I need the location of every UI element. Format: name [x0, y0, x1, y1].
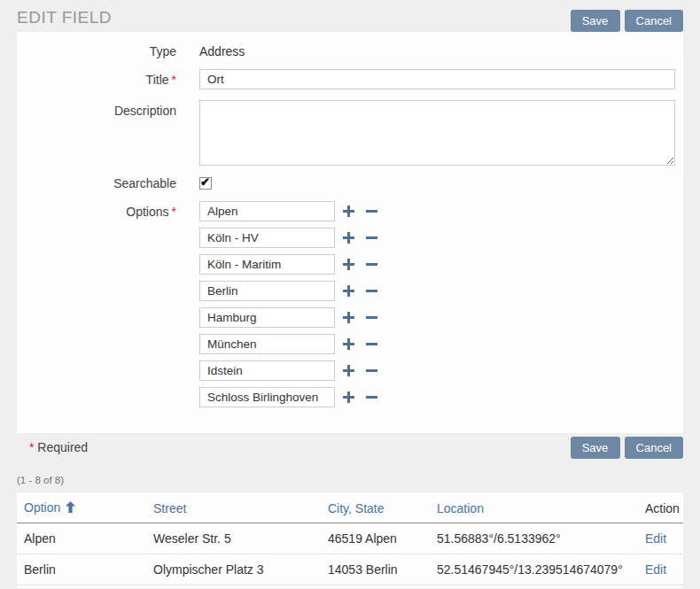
cell-street: Olympischer Platz 3 [146, 554, 321, 585]
option-input[interactable] [199, 228, 335, 248]
option-row: Options* [17, 254, 683, 275]
option-row: Options* [17, 387, 683, 407]
form-row-type: Type Address [17, 44, 683, 58]
column-header-option[interactable]: Option [17, 492, 146, 523]
description-label: Description [17, 100, 176, 118]
minus-icon [366, 205, 377, 217]
option-row: Options* [17, 281, 683, 301]
plus-icon [343, 285, 354, 297]
title-input[interactable] [199, 69, 675, 89]
form-row-searchable: Searchable [17, 176, 683, 190]
app-header: EDIT FIELD Save Cancel [0, 0, 700, 32]
plus-icon [343, 391, 354, 403]
minus-icon [366, 259, 377, 270]
description-textarea[interactable] [199, 100, 675, 166]
arrow-up-icon [66, 501, 75, 515]
header-button-group: Save Cancel [571, 10, 683, 32]
searchable-checkbox[interactable] [199, 177, 212, 190]
option-input[interactable] [199, 201, 335, 221]
cancel-button[interactable]: Cancel [625, 10, 683, 32]
option-input[interactable] [199, 307, 335, 328]
edit-link[interactable]: Edit [645, 531, 666, 546]
option-add-button[interactable] [343, 312, 354, 323]
cell-location: 51.56883°/6.5133962° [430, 523, 638, 554]
edit-field-form: Type Address Title* Description Searchab… [17, 32, 683, 433]
column-header-city-state[interactable]: City, State [321, 492, 430, 523]
option-input[interactable] [199, 334, 335, 354]
cell-option: Alpen [17, 523, 146, 554]
plus-icon [343, 205, 354, 217]
cell-street: Weseler Str. 5 [146, 523, 321, 554]
plus-icon [343, 259, 354, 270]
searchable-label: Searchable [17, 176, 176, 190]
minus-icon [366, 232, 377, 244]
type-value: Address [199, 44, 245, 58]
cell-city-state: 14053 Berlin [321, 554, 430, 585]
required-asterisk: * [172, 73, 176, 87]
table-header-row: Option Street City, State Location Actio… [17, 492, 683, 523]
minus-icon [366, 391, 377, 403]
results-table: Option Street City, State Location Actio… [17, 492, 683, 585]
column-header-action: Action [638, 492, 683, 523]
minus-icon [366, 365, 377, 376]
pagination-label: (1 - 8 of 8) [17, 475, 700, 485]
page-title: EDIT FIELD [17, 8, 571, 27]
option-remove-button[interactable] [366, 205, 377, 217]
option-row: Options* [17, 334, 683, 354]
option-add-button[interactable] [343, 259, 354, 270]
column-header-location[interactable]: Location [430, 492, 638, 523]
title-label: Title [146, 73, 169, 87]
edit-link[interactable]: Edit [645, 562, 666, 577]
table-row: Alpen Weseler Str. 5 46519 Alpen 51.5688… [17, 523, 683, 554]
minus-icon [366, 285, 377, 297]
required-note-label: Required [37, 440, 88, 454]
option-remove-button[interactable] [366, 338, 377, 350]
option-input[interactable] [199, 387, 335, 407]
option-remove-button[interactable] [366, 285, 377, 297]
cell-option: Berlin [17, 554, 146, 585]
minus-icon [366, 312, 377, 323]
option-add-button[interactable] [343, 232, 354, 244]
options-list: Options* Options* Options* Options* [17, 201, 683, 407]
option-input[interactable] [199, 360, 335, 381]
save-button[interactable]: Save [571, 10, 620, 32]
options-label: Options [126, 205, 168, 219]
plus-icon [343, 365, 354, 376]
minus-icon [366, 338, 377, 350]
cell-city-state: 46519 Alpen [321, 523, 430, 554]
footer-button-group: Save Cancel [571, 437, 683, 459]
form-row-title: Title* [17, 69, 683, 89]
form-footer: * Required Save Cancel [0, 433, 700, 460]
save-button-bottom[interactable]: Save [571, 437, 620, 459]
option-add-button[interactable] [343, 285, 354, 297]
plus-icon [343, 232, 354, 244]
cancel-button-bottom[interactable]: Cancel [625, 437, 683, 459]
option-remove-button[interactable] [366, 259, 377, 270]
option-add-button[interactable] [343, 338, 354, 350]
option-row: Options* [17, 360, 683, 381]
option-row: Options* [17, 307, 683, 328]
plus-icon [343, 312, 354, 323]
option-input[interactable] [199, 254, 335, 275]
option-add-button[interactable] [343, 205, 354, 217]
option-input[interactable] [199, 281, 335, 301]
option-add-button[interactable] [343, 391, 354, 403]
option-remove-button[interactable] [366, 312, 377, 323]
table-row: Berlin Olympischer Platz 3 14053 Berlin … [17, 554, 683, 585]
option-remove-button[interactable] [366, 365, 377, 376]
option-row: Options* [17, 228, 683, 248]
cell-location: 52.51467945°/13.239514674079° [430, 554, 638, 585]
type-label: Type [17, 44, 176, 58]
option-row: Options* [17, 201, 683, 221]
required-asterisk: * [29, 440, 34, 454]
option-remove-button[interactable] [366, 391, 377, 403]
plus-icon [343, 338, 354, 350]
form-row-description: Description [17, 100, 683, 166]
options-table-panel: Option Street City, State Location Actio… [17, 492, 683, 588]
option-remove-button[interactable] [366, 232, 377, 244]
option-add-button[interactable] [343, 365, 354, 376]
required-asterisk: * [172, 205, 176, 219]
column-header-street[interactable]: Street [146, 492, 321, 523]
